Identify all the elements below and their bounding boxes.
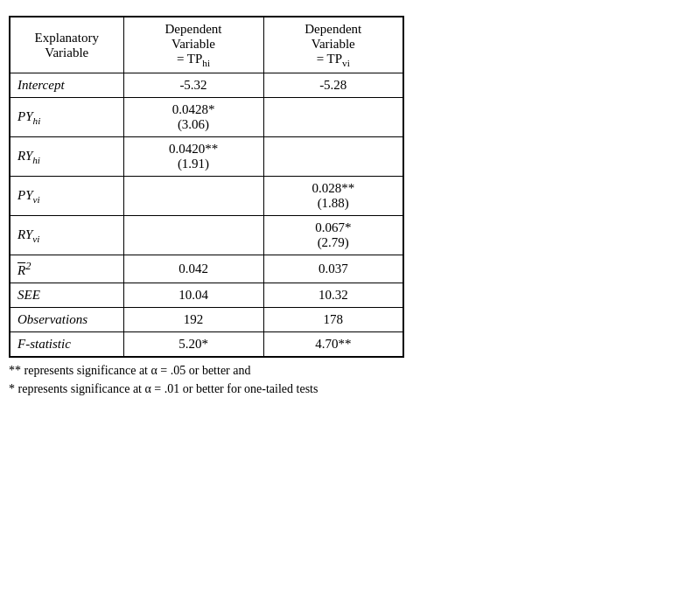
header-col2: Dependent Variable = TPhi (123, 17, 263, 73)
regression-table: Explanatory Variable Dependent Variable … (9, 16, 404, 398)
row-label-r2: R2 (10, 255, 123, 283)
table-row: Observations 192 178 (10, 308, 403, 332)
row-label-ry-hi: RYhi (10, 137, 123, 177)
cell-intercept-col3: -5.28 (263, 73, 403, 98)
row-label-intercept: Intercept (10, 73, 123, 98)
row-label-py-hi: PYhi (10, 98, 123, 137)
table-row: F-statistic 5.20* 4.70** (10, 332, 403, 358)
cell-py-vi-col2 (123, 177, 263, 216)
row-label-ry-vi: RYvi (10, 216, 123, 255)
cell-ry-vi-col3: 0.067*(2.79) (263, 216, 403, 255)
table-row: PYvi 0.028**(1.88) (10, 177, 403, 216)
cell-ry-hi-col3 (263, 137, 403, 177)
footnote-line1: ** represents significance at α = .05 or… (9, 361, 404, 380)
table-row: RYvi 0.067*(2.79) (10, 216, 403, 255)
table-row: RYhi 0.0420**(1.91) (10, 137, 403, 177)
row-label-py-vi: PYvi (10, 177, 123, 216)
cell-r2-col2: 0.042 (123, 255, 263, 283)
cell-f-col2: 5.20* (123, 332, 263, 358)
header-col1: Explanatory Variable (10, 17, 123, 73)
table-row: R2 0.042 0.037 (10, 255, 403, 283)
cell-py-hi-col2: 0.0428*(3.06) (123, 98, 263, 137)
table-row: PYhi 0.0428*(3.06) (10, 98, 403, 137)
footnote-line2: * represents significance at α = .01 or … (9, 380, 404, 398)
footnotes: ** represents significance at α = .05 or… (9, 361, 404, 398)
table-row: Intercept -5.32 -5.28 (10, 73, 403, 98)
cell-see-col3: 10.32 (263, 283, 403, 308)
cell-ry-hi-col2: 0.0420**(1.91) (123, 137, 263, 177)
cell-observations-col3: 178 (263, 308, 403, 332)
header-col3: Dependent Variable = TPvi (263, 17, 403, 73)
table-row: SEE 10.04 10.32 (10, 283, 403, 308)
row-label-f-statistic: F-statistic (10, 332, 123, 358)
cell-observations-col2: 192 (123, 308, 263, 332)
cell-r2-col3: 0.037 (263, 255, 403, 283)
cell-py-vi-col3: 0.028**(1.88) (263, 177, 403, 216)
row-label-see: SEE (10, 283, 123, 308)
cell-intercept-col2: -5.32 (123, 73, 263, 98)
cell-ry-vi-col2 (123, 216, 263, 255)
cell-f-col3: 4.70** (263, 332, 403, 358)
row-label-observations: Observations (10, 308, 123, 332)
cell-py-hi-col3 (263, 98, 403, 137)
cell-see-col2: 10.04 (123, 283, 263, 308)
